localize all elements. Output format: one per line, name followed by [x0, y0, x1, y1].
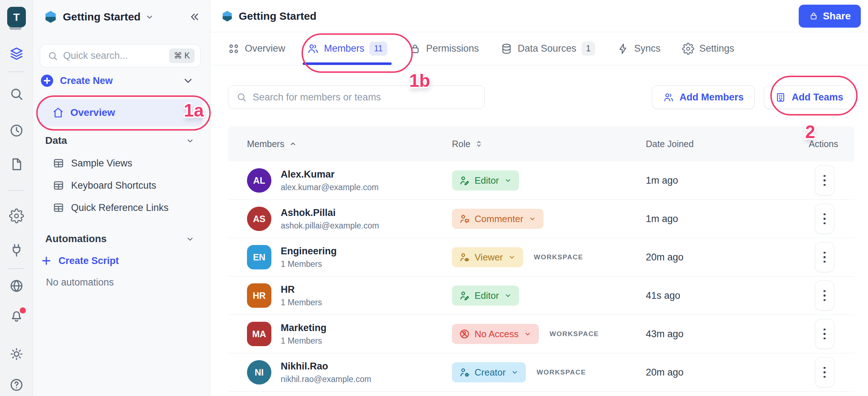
- workspace-logo-icon: [44, 10, 57, 24]
- tab-count-badge: 11: [369, 42, 387, 56]
- gear-icon: [682, 43, 694, 55]
- tab-count-badge: 1: [582, 42, 596, 56]
- member-name: HR: [281, 284, 322, 295]
- member-cell: NI Nikhil.Rao nikhil.rao@example.com: [247, 360, 452, 385]
- member-name: Engineering: [281, 246, 337, 257]
- avatar: AS: [247, 207, 271, 231]
- history-icon[interactable]: [9, 123, 24, 138]
- member-cell: AL Alex.Kumar alex.kumar@example.com: [247, 168, 452, 193]
- row-actions-menu-button[interactable]: [815, 280, 834, 311]
- lock-icon: [409, 43, 421, 55]
- role-pill-editor[interactable]: Editor: [452, 170, 519, 190]
- role-pill-editor[interactable]: Editor: [452, 286, 519, 306]
- chevron-down-icon: [524, 330, 532, 338]
- person-block-icon: [459, 329, 470, 339]
- section-header-data[interactable]: Data: [40, 132, 195, 149]
- grid-icon: [228, 43, 240, 55]
- column-header-role[interactable]: Role: [452, 139, 646, 149]
- bolt-icon: [617, 43, 629, 55]
- rail-divider: [9, 190, 24, 191]
- role-pill-viewer[interactable]: Viewer: [452, 247, 523, 267]
- tab-settings[interactable]: Settings: [682, 32, 734, 65]
- role-cell: Editor: [452, 286, 646, 306]
- share-button[interactable]: Share: [799, 5, 861, 28]
- plus-icon: [40, 254, 53, 267]
- chevron-down-icon: [186, 136, 195, 145]
- table-icon: [52, 202, 65, 214]
- member-search[interactable]: [228, 85, 485, 109]
- chevron-down-icon: [528, 215, 536, 223]
- role-pill-creator[interactable]: Creator: [452, 362, 526, 382]
- row-actions-menu-button[interactable]: [815, 242, 834, 272]
- sidebar: Getting Started ⌘ K Create New Overview …: [33, 0, 210, 396]
- sort-ascending-icon: [289, 140, 297, 148]
- tab-members[interactable]: Members11: [307, 32, 387, 65]
- help-icon[interactable]: [9, 377, 24, 392]
- home-icon: [52, 106, 65, 119]
- plug-icon[interactable]: [9, 243, 24, 258]
- tab-syncs[interactable]: Syncs: [617, 32, 661, 65]
- database-icon: [500, 43, 513, 55]
- date-joined: 41s ago: [646, 290, 811, 301]
- notification-dot: [20, 307, 26, 314]
- globe-icon[interactable]: [9, 278, 24, 293]
- tab-overview[interactable]: Overview: [228, 32, 285, 65]
- member-subtitle: 1 Members: [281, 298, 322, 307]
- table-row: NI Nikhil.Rao nikhil.rao@example.com Cre…: [228, 353, 854, 392]
- actions-cell: [811, 165, 838, 195]
- member-cell: HR HR 1 Members: [247, 283, 452, 308]
- actions-cell: [811, 319, 838, 349]
- row-actions-menu-button[interactable]: [815, 165, 834, 195]
- column-header-members[interactable]: Members: [247, 139, 452, 149]
- role-pill-no_access[interactable]: No Access: [452, 324, 539, 344]
- document-icon[interactable]: [9, 157, 24, 172]
- avatar: HR: [247, 283, 271, 308]
- sidebar-item-sample-views[interactable]: Sample Views: [40, 154, 195, 173]
- section-header-automations[interactable]: Automations: [40, 230, 195, 248]
- account-avatar[interactable]: T: [7, 7, 26, 27]
- rail-divider: [9, 71, 24, 72]
- settings-icon[interactable]: [9, 208, 24, 223]
- sidebar-item-overview[interactable]: Overview: [38, 99, 202, 126]
- sidebar-item-quick-reference-links[interactable]: Quick Reference Links: [40, 198, 195, 217]
- theme-icon[interactable]: [9, 346, 24, 362]
- people-icon: [307, 43, 319, 55]
- avatar: AL: [247, 168, 271, 193]
- tab-data-sources[interactable]: Data Sources1: [500, 32, 595, 65]
- actions-cell: [811, 204, 838, 234]
- role-pill-commenter[interactable]: Commenter: [452, 209, 543, 229]
- row-actions-menu-button[interactable]: [815, 319, 834, 349]
- rail-divider: [9, 268, 24, 269]
- member-name: Ashok.Pillai: [281, 207, 379, 218]
- notifications-icon[interactable]: [9, 308, 24, 324]
- layers-icon[interactable]: [9, 46, 24, 61]
- icon-rail: T: [0, 0, 33, 396]
- automations-empty-state: No automations: [40, 274, 195, 291]
- date-joined: 20m ago: [646, 252, 811, 263]
- quick-search[interactable]: ⌘ K: [40, 44, 201, 67]
- row-actions-menu-button[interactable]: [815, 204, 834, 234]
- add-teams-button[interactable]: Add Teams: [764, 85, 854, 109]
- member-search-input[interactable]: [253, 92, 476, 103]
- create-new-button[interactable]: Create New: [40, 71, 195, 90]
- tab-bar: OverviewMembers11PermissionsData Sources…: [210, 32, 868, 65]
- quick-search-input[interactable]: [63, 50, 164, 61]
- avatar: EN: [247, 245, 271, 269]
- table-icon: [52, 179, 65, 192]
- workspace-switcher-chevron-icon[interactable]: [145, 13, 154, 22]
- person-view-icon: [459, 252, 470, 263]
- workspace-tag: WORKSPACE: [537, 368, 586, 376]
- tab-permissions[interactable]: Permissions: [409, 32, 479, 65]
- collapse-sidebar-icon[interactable]: [188, 11, 201, 23]
- row-actions-menu-button[interactable]: [815, 357, 834, 387]
- search-icon[interactable]: [9, 86, 24, 102]
- create-script-button[interactable]: Create Script: [40, 251, 195, 270]
- member-cell: MA Marketing 1 Members: [247, 322, 452, 346]
- add-members-button[interactable]: Add Members: [652, 85, 755, 109]
- table-row: AS Ashok.Pillai ashok.pillai@example.com…: [228, 200, 854, 238]
- members-toolbar: Add Members Add Teams: [228, 85, 854, 109]
- chevron-down-icon: [182, 74, 195, 87]
- sidebar-item-keyboard-shortcuts[interactable]: Keyboard Shortcuts: [40, 176, 195, 195]
- person-edit-icon: [459, 290, 470, 301]
- member-name: Alex.Kumar: [281, 169, 379, 180]
